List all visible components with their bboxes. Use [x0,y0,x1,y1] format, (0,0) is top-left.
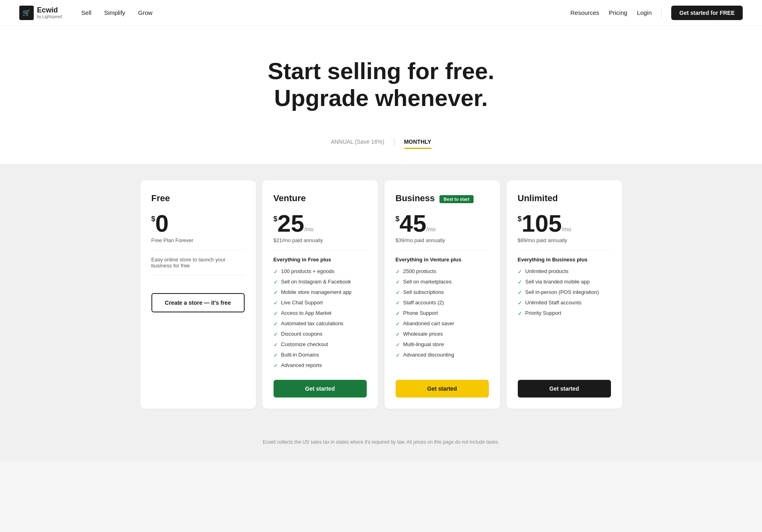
plan-venture-features: ✓100 products + egoods ✓Sell on Instagra… [274,268,367,369]
check-icon: ✓ [396,352,400,358]
plan-unlimited-button[interactable]: Get started [518,380,611,397]
nav-links-left: Sell Simplify Grow [81,9,152,16]
list-item: ✓Advanced reports [274,362,367,369]
hero-section: Start selling for free. Upgrade whenever… [0,26,762,135]
logo-main: Ecwid [37,6,62,14]
list-item: ✓100 products + egoods [274,268,367,275]
check-icon: ✓ [274,331,278,337]
plan-unlimited-features: ✓Unlimited products ✓Sell via branded mo… [518,268,611,369]
list-item: ✓Abandoned cart saver [396,320,489,327]
plan-business-features: ✓2500 products ✓Sell on marketplaces ✓Se… [396,268,489,369]
list-item: ✓Sell subscriptions [396,289,489,296]
hero-heading: Start selling for free. Upgrade whenever… [10,58,752,111]
list-item: ✓Phone Support [396,310,489,316]
check-icon: ✓ [518,310,522,316]
check-icon: ✓ [274,310,278,316]
check-icon: ✓ [274,342,278,348]
hero-line1: Start selling for free. [268,58,494,84]
list-item: ✓Unlimited products [518,268,611,275]
plan-business-period: /mo [426,226,435,232]
plan-business-price-row: $ 45 /mo [396,212,489,236]
list-item: ✓Customize checkout [274,341,367,348]
check-icon: ✓ [274,300,278,306]
check-icon: ✓ [274,269,278,275]
plan-unlimited-title: Unlimited [518,193,558,204]
plan-venture-button[interactable]: Get started [274,380,367,397]
logo-sub: by Lightspeed [37,14,62,19]
pricing-section: Free $ 0 Free Plan Forever Easy online s… [0,164,762,433]
navbar: 🛒 Ecwid by Lightspeed Sell Simplify Grow… [0,0,762,26]
list-item: ✓Mobile store management app [274,289,367,296]
check-icon: ✓ [396,310,400,316]
list-item: ✓Live Chat Support [274,300,367,306]
annual-toggle[interactable]: ANNUAL (Save 16%) [321,135,394,148]
list-item: ✓Priority Support [518,310,611,316]
billing-toggle: ANNUAL (Save 16%) MONTHLY [0,135,762,164]
check-icon: ✓ [396,321,400,327]
monthly-toggle[interactable]: MONTHLY [394,135,441,148]
plan-business: Business Best to start $ 45 /mo $39/mo p… [384,180,500,409]
list-item: ✓Sell via branded mobile app [518,279,611,285]
check-icon: ✓ [518,289,522,296]
plan-venture-amount: 25 [278,212,304,236]
plan-venture-period: /mo [304,226,313,232]
nav-resources[interactable]: Resources [570,9,599,16]
footer-note: Ecwid collects the US sales tax in state… [0,433,762,461]
plan-unlimited: Unlimited $ 105 /mo $89/mo paid annually… [507,180,622,409]
plan-free-title: Free [151,193,170,204]
nav-pricing[interactable]: Pricing [609,9,627,16]
check-icon: ✓ [518,300,522,306]
list-item: ✓Automated tax calculations [274,320,367,327]
list-item: ✓2500 products [396,268,489,275]
check-icon: ✓ [396,342,400,348]
list-item: ✓Sell in-person (POS integration) [518,289,611,296]
check-icon: ✓ [274,363,278,369]
plan-unlimited-currency: $ [518,215,522,223]
check-icon: ✓ [518,279,522,285]
check-icon: ✓ [274,279,278,285]
plan-free-button[interactable]: Create a store — it's free [151,293,245,312]
plan-venture-cta: Get started [274,380,367,397]
plan-unlimited-amount: 105 [522,212,562,236]
hero-line2: Upgrade whenever. [274,85,488,111]
plan-business-title: Business [396,193,435,204]
nav-cta-button[interactable]: Get started for FREE [671,6,743,20]
plan-business-currency: $ [396,215,400,223]
plan-unlimited-features-header: Everything in Business plus [518,257,611,263]
nav-simplify[interactable]: Simplify [104,9,125,16]
check-icon: ✓ [396,289,400,296]
plan-free-annual: Free Plan Forever [151,237,245,250]
nav-login[interactable]: Login [637,9,652,16]
list-item: ✓Sell on marketplaces [396,279,489,285]
plan-venture-features-header: Everything in Free plus [274,257,367,263]
list-item: ✓Unlimited Staff accounts [518,300,611,306]
plan-business-button[interactable]: Get started [396,380,489,397]
plan-venture-currency: $ [274,215,278,223]
list-item: ✓Multi-lingual store [396,341,489,348]
nav-links-right: Resources Pricing Login Get started for … [570,6,743,20]
check-icon: ✓ [396,279,400,285]
plan-unlimited-period: /mo [562,226,571,232]
check-icon: ✓ [518,269,522,275]
logo[interactable]: 🛒 Ecwid by Lightspeed [19,6,62,20]
list-item: ✓Discount coupons [274,331,367,337]
plan-venture-title: Venture [274,193,306,204]
list-item: ✓Wholesale prices [396,331,489,337]
plan-free-price-row: $ 0 [151,212,245,236]
plan-unlimited-price-row: $ 105 /mo [518,212,611,236]
check-icon: ✓ [396,269,400,275]
plan-free-cta: Create a store — it's free [151,293,245,312]
plan-free-tagline: Easy online store to launch your busines… [151,257,245,275]
check-icon: ✓ [274,352,278,358]
best-badge: Best to start [439,195,473,203]
nav-grow[interactable]: Grow [138,9,153,16]
plan-venture: Venture $ 25 /mo $21/mo paid annually Ev… [262,180,378,409]
nav-sell[interactable]: Sell [81,9,91,16]
cards-grid: Free $ 0 Free Plan Forever Easy online s… [140,180,622,409]
plan-venture-annual: $21/mo paid annually [274,237,367,250]
check-icon: ✓ [274,321,278,327]
plan-venture-price-row: $ 25 /mo [274,212,367,236]
check-icon: ✓ [274,289,278,296]
plan-business-annual: $39/mo paid annually [396,237,489,250]
list-item: ✓Staff accounts (2) [396,300,489,306]
